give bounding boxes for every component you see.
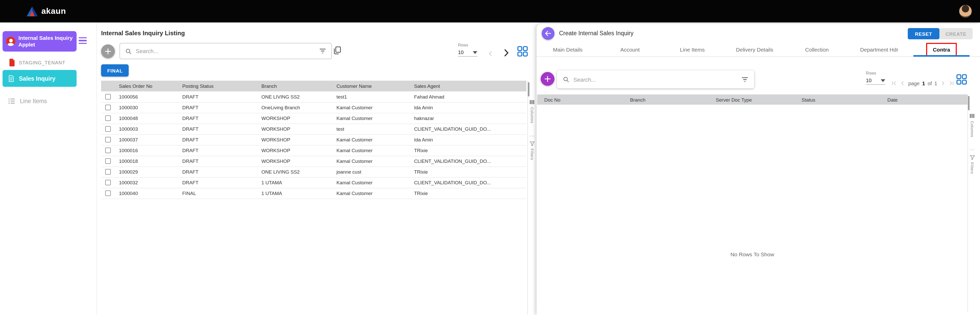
rows-per-page-select[interactable]: 10 — [866, 78, 885, 85]
column-header[interactable]: Branch — [257, 81, 332, 91]
column-header[interactable]: Doc No — [537, 97, 623, 102]
sidebar-item-label: Line Items — [20, 98, 47, 104]
row-checkbox[interactable] — [105, 180, 111, 186]
cell-customer-name: Kamal Customer — [332, 113, 410, 124]
sidebar: Internal Sales Inquiry Applet STAGING_TE… — [0, 22, 97, 315]
grid-view-icon[interactable] — [516, 45, 529, 58]
table-row[interactable]: 1000032 DRAFT 1 UTAMA Kamal Customer CLI… — [101, 177, 527, 188]
current-page: 1 — [922, 80, 925, 86]
chevron-right-icon — [940, 80, 946, 86]
filter-icon[interactable] — [319, 48, 326, 54]
cell-customer-name: test1 — [332, 91, 410, 102]
chevron-left-icon — [900, 80, 906, 86]
table-row[interactable]: 1000029 DRAFT ONE LIVING SS2 joanne cust… — [101, 166, 527, 177]
cell-branch: WORKSHOP — [257, 134, 332, 145]
grid-view-icon[interactable] — [955, 73, 968, 86]
cell-branch: OneLiving Branch — [257, 102, 332, 113]
cell-sales-agent: Fahad Ahmad — [410, 91, 527, 102]
column-header[interactable]: Customer Name — [332, 81, 410, 91]
sidebar-item-line-items[interactable]: Line Items — [3, 92, 76, 109]
row-checkbox[interactable] — [105, 148, 111, 153]
cell-sales-agent: Ida Amin — [410, 102, 527, 113]
row-checkbox[interactable] — [105, 126, 111, 132]
cell-branch: WORKSHOP — [257, 124, 332, 134]
scrollbar-thumb[interactable] — [968, 96, 969, 110]
tab-department-hdr[interactable]: Department Hdr — [848, 42, 910, 56]
row-checkbox[interactable] — [105, 116, 111, 121]
user-avatar[interactable] — [959, 5, 972, 18]
table-row[interactable]: 1000040 FINAL 1 UTAMA Kamal Customer TRi… — [101, 188, 527, 199]
row-checkbox[interactable] — [105, 137, 111, 143]
tab-main-details[interactable]: Main Details — [536, 42, 599, 56]
cell-sales-order-no: 1000030 — [115, 102, 178, 113]
prev-page-button[interactable] — [487, 50, 494, 57]
search-input[interactable] — [573, 76, 737, 83]
total-pages: 1 — [934, 80, 937, 86]
copy-icon[interactable] — [333, 46, 342, 55]
row-checkbox[interactable] — [105, 105, 111, 111]
column-header[interactable]: Posting Status — [178, 81, 257, 91]
table-row[interactable]: 1000018 DRAFT WORKSHOP Kamal Customer CL… — [101, 156, 527, 166]
tab-contra[interactable]: Contra — [910, 42, 973, 56]
tab-account[interactable]: Account — [599, 42, 661, 56]
side-tab-filters[interactable]: Filters — [968, 155, 976, 174]
cell-customer-name: joanne cust — [332, 166, 410, 177]
column-header[interactable]: Date — [880, 97, 966, 102]
cell-customer-name: test — [332, 124, 410, 134]
row-checkbox[interactable] — [105, 169, 111, 175]
cell-posting-status: DRAFT — [178, 177, 257, 188]
column-header[interactable]: Status — [794, 97, 880, 102]
brand-logo[interactable]: akaun — [27, 6, 66, 16]
back-button[interactable] — [542, 27, 554, 40]
last-page-icon — [948, 80, 955, 86]
annotation-highlight: Contra — [927, 44, 956, 55]
cell-sales-agent: haknazar — [410, 113, 527, 124]
sidebar-item-sales-inquiry[interactable]: Sales Inquiry — [3, 70, 76, 87]
tab-line-items[interactable]: Line Items — [661, 42, 724, 56]
table-row[interactable]: 1000056 DRAFT ONE LIVING SS2 test1 Fahad… — [101, 91, 527, 102]
cell-branch: ONE LIVING SS2 — [257, 91, 332, 102]
columns-icon — [969, 113, 975, 119]
column-header[interactable]: Server Doc Type — [709, 97, 794, 102]
chevron-left-icon — [487, 50, 494, 57]
sidebar-collapse-icon[interactable] — [79, 37, 89, 45]
column-header[interactable]: Branch — [623, 97, 709, 102]
table-row[interactable]: 1000003 DRAFT WORKSHOP test CLIENT_VALID… — [101, 124, 527, 134]
column-header[interactable]: Sales Order No — [115, 81, 178, 91]
sidebar-applet-card[interactable]: Internal Sales Inquiry Applet — [3, 31, 76, 52]
row-checkbox[interactable] — [105, 94, 111, 100]
side-tab-columns[interactable]: Columns — [968, 113, 976, 137]
cell-sales-order-no: 1000037 — [115, 134, 178, 145]
next-page-button[interactable] — [940, 80, 946, 86]
cell-posting-status: DRAFT — [178, 91, 257, 102]
row-checkbox[interactable] — [105, 159, 111, 164]
side-tab-filters[interactable]: Filters — [528, 141, 536, 160]
reset-button[interactable]: RESET — [908, 28, 939, 39]
table-row[interactable]: 1000030 DRAFT OneLiving Branch Kamal Cus… — [101, 102, 527, 113]
create-button[interactable]: CREATE — [939, 28, 973, 39]
brand-name: akaun — [41, 6, 66, 16]
rows-per-page-select[interactable]: 10 — [458, 49, 477, 57]
search-input[interactable] — [136, 48, 315, 54]
column-header[interactable]: Sales Agent — [410, 81, 527, 91]
table-row[interactable]: 1000016 DRAFT WORKSHOP Kamal Customer TR… — [101, 145, 527, 156]
side-tab-columns[interactable]: Columns — [528, 99, 536, 123]
table-row[interactable]: 1000048 DRAFT WORKSHOP Kamal Customer ha… — [101, 113, 527, 124]
cell-sales-agent: CLIENT_VALIDATION_GUID_DO... — [410, 177, 527, 188]
tenant-label: STAGING_TENANT — [19, 60, 65, 65]
tab-collection[interactable]: Collection — [786, 42, 848, 56]
cell-posting-status: FINAL — [178, 188, 257, 199]
status-filter-button[interactable]: FINAL — [101, 64, 129, 76]
add-contra-button[interactable] — [541, 72, 554, 86]
scrollbar-thumb[interactable] — [528, 82, 530, 97]
tab-delivery-details[interactable]: Delivery Details — [724, 42, 786, 56]
row-checkbox[interactable] — [105, 191, 111, 196]
table-row[interactable]: 1000037 DRAFT WORKSHOP Kamal Customer Id… — [101, 134, 527, 145]
first-page-button[interactable] — [891, 80, 897, 86]
next-page-button[interactable] — [501, 48, 511, 58]
prev-page-button[interactable] — [900, 80, 906, 86]
tenant-row[interactable]: STAGING_TENANT — [9, 59, 65, 66]
filter-icon[interactable] — [741, 76, 748, 83]
add-record-button[interactable] — [101, 45, 115, 58]
last-page-button[interactable] — [948, 80, 955, 86]
